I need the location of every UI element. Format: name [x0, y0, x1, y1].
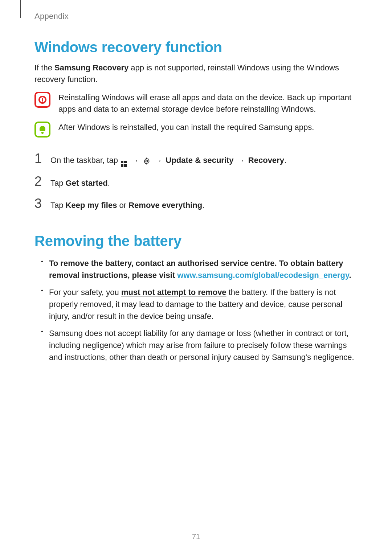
bell-icon: [34, 122, 50, 138]
bullet-item-3: Samsung does not accept liability for an…: [42, 327, 358, 363]
step1-end: .: [284, 156, 286, 165]
step-3: 3 Tap Keep my files or Remove everything…: [34, 197, 358, 211]
windows-start-icon: [121, 161, 127, 167]
step3-bold2: Remove everything: [128, 201, 202, 210]
section-title-battery: Removing the battery: [34, 233, 358, 249]
step3-bold1: Keep my files: [66, 201, 117, 210]
header-section-label: Appendix: [34, 12, 69, 21]
arrow-icon: →: [155, 156, 162, 164]
section-battery: Removing the battery To remove the batte…: [34, 233, 358, 363]
step-number: 3: [34, 197, 44, 210]
step-text: Tap Keep my files or Remove everything.: [50, 199, 204, 211]
page-number: 71: [0, 533, 392, 541]
bullet-item-1: To remove the battery, contact an author…: [42, 257, 358, 281]
step-number: 2: [34, 175, 44, 188]
intro-paragraph: If the Samsung Recovery app is not suppo…: [34, 62, 358, 85]
arrow-icon: →: [131, 156, 139, 164]
step1-bold2: Recovery: [248, 156, 284, 165]
step3-end: .: [202, 201, 204, 210]
bullet-list: To remove the battery, contact an author…: [34, 257, 358, 363]
b2-underline: must not attempt to remove: [121, 288, 226, 297]
note-callout: After Windows is reinstalled, you can in…: [34, 122, 358, 138]
steps-list: 1 On the taskbar, tap → → Update & secur…: [34, 152, 358, 211]
intro-text-bold: Samsung Recovery: [54, 63, 128, 72]
warning-icon: [34, 92, 50, 108]
ecodesign-link[interactable]: www.samsung.com/global/ecodesign_energy: [177, 271, 349, 280]
intro-text-pre: If the: [34, 63, 54, 72]
b1-end: .: [349, 271, 351, 280]
warning-text: Reinstalling Windows will erase all apps…: [58, 92, 358, 115]
arrow-icon: →: [237, 156, 245, 164]
note-text: After Windows is reinstalled, you can in…: [58, 122, 314, 133]
b2-pre: For your safety, you: [49, 288, 121, 297]
step2-bold: Get started: [66, 178, 108, 188]
settings-gear-icon: [143, 155, 150, 167]
warning-callout: Reinstalling Windows will erase all apps…: [34, 92, 358, 115]
bullet-item-2: For your safety, you must not attempt to…: [42, 286, 358, 322]
step-number: 1: [34, 152, 44, 165]
step2-pre: Tap: [50, 178, 66, 188]
step-1: 1 On the taskbar, tap → → Update & secur…: [34, 152, 358, 167]
step-2: 2 Tap Get started.: [34, 175, 358, 189]
step2-end: .: [108, 178, 110, 188]
page-tab-mark: [20, 0, 21, 18]
step-text: Tap Get started.: [50, 177, 110, 189]
step1-bold1: Update & security: [166, 156, 234, 165]
page-content: Windows recovery function If the Samsung…: [34, 39, 358, 368]
section-title-recovery: Windows recovery function: [34, 39, 358, 56]
step-text: On the taskbar, tap → → Update & securit…: [50, 154, 286, 167]
step3-mid: or: [117, 201, 128, 210]
document-page: Appendix Windows recovery function If th…: [0, 0, 392, 554]
svg-point-0: [146, 160, 148, 162]
step1-pre: On the taskbar, tap: [50, 156, 120, 165]
step3-pre: Tap: [50, 201, 66, 210]
